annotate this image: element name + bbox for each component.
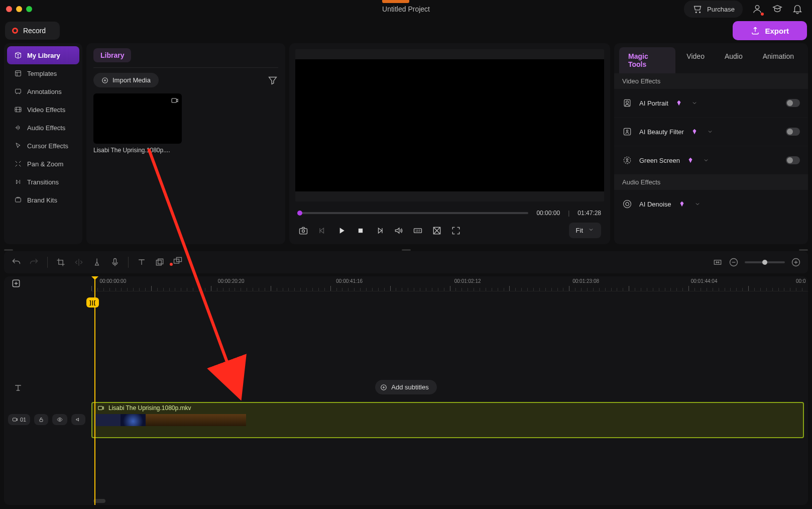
record-button[interactable]: Record <box>5 22 60 40</box>
track-visibility-button[interactable] <box>52 414 67 425</box>
undo-icon[interactable] <box>11 257 21 267</box>
prop-ai-beauty-filter[interactable]: AI Beauty Filter <box>614 117 808 146</box>
window-close[interactable] <box>6 6 12 12</box>
chevron-down-icon[interactable] <box>694 201 701 207</box>
toggle-ai-beauty[interactable] <box>786 128 800 136</box>
fullscreen-icon[interactable] <box>451 226 461 236</box>
split-indicator[interactable]: ]|[ <box>86 297 99 308</box>
sidebar-item-cursor-effects[interactable]: Cursor Effects <box>7 137 79 155</box>
zoom-slider[interactable] <box>745 261 785 263</box>
svg-rect-31 <box>40 420 43 422</box>
window-maximize[interactable] <box>26 6 32 12</box>
aspect-ratio-icon[interactable]: 16:9 <box>413 226 423 236</box>
sidebar-item-video-effects[interactable]: Video Effects <box>7 100 79 119</box>
next-frame-icon[interactable] <box>375 226 385 236</box>
media-clip[interactable]: Lisabi The Uprising.1080p.... <box>93 93 182 154</box>
timeline-toolbar <box>4 251 808 273</box>
export-icon <box>751 26 760 35</box>
sidebar-item-templates[interactable]: Templates <box>7 64 79 82</box>
chevron-down-icon[interactable] <box>707 129 713 135</box>
clip-thumbnails <box>95 414 800 426</box>
properties-panel: Magic Tools Video Audio Animation Video … <box>614 43 808 244</box>
prev-frame-icon[interactable] <box>317 226 327 236</box>
chevron-down-icon[interactable] <box>691 100 698 106</box>
svg-rect-9 <box>359 228 363 232</box>
prop-ai-portrait[interactable]: AI Portrait <box>614 89 808 117</box>
premium-diamond-icon <box>691 128 698 135</box>
sidebar-item-pan-zoom[interactable]: Pan & Zoom <box>7 155 79 173</box>
ruler-label: 00:01:02:12 <box>454 278 481 284</box>
purchase-button[interactable]: Purchase <box>684 1 743 18</box>
zoom-in-icon[interactable] <box>791 257 801 267</box>
svg-rect-20 <box>114 259 117 264</box>
tab-magic-tools[interactable]: Magic Tools <box>619 47 675 73</box>
multicam-icon[interactable] <box>173 256 183 266</box>
notifications-icon[interactable] <box>792 4 803 15</box>
svg-rect-30 <box>13 418 17 421</box>
svg-point-32 <box>59 419 61 421</box>
prop-label: Green Screen <box>639 157 680 164</box>
sidebar-item-label: Brand Kits <box>27 196 57 204</box>
add-subtitles-button[interactable]: Add subtitles <box>375 380 436 394</box>
scrubber[interactable] <box>298 212 528 214</box>
filter-icon[interactable] <box>267 75 278 86</box>
stop-icon[interactable] <box>356 226 366 236</box>
fit-label: Fit <box>576 227 583 234</box>
volume-icon[interactable] <box>394 226 404 236</box>
timeline-playhead[interactable] <box>94 276 95 505</box>
add-track-icon[interactable] <box>11 278 21 288</box>
tab-animation[interactable]: Animation <box>754 47 803 73</box>
timeline[interactable]: 00:00:00:00 00:00:20:20 00:00:41:16 00:0… <box>4 276 808 505</box>
annotations-icon <box>14 87 22 95</box>
sidebar-item-brand-kits[interactable]: Brand Kits <box>7 191 79 209</box>
fit-selector[interactable]: Fit <box>569 223 601 238</box>
sidebar-item-audio-effects[interactable]: Audio Effects <box>7 119 79 137</box>
sidebar-item-label: My Library <box>27 52 60 59</box>
import-media-button[interactable]: Import Media <box>93 73 159 87</box>
prop-green-screen[interactable]: Green Screen <box>614 146 808 174</box>
zoom-out-icon[interactable] <box>729 257 739 267</box>
export-button[interactable]: Export <box>733 21 807 40</box>
video-track-clip[interactable]: Lisabi The Uprising.1080p.mkv <box>91 402 804 438</box>
fit-timeline-icon[interactable] <box>713 257 723 267</box>
tab-video[interactable]: Video <box>677 47 714 73</box>
toggle-green-screen[interactable] <box>786 156 800 164</box>
tab-audio[interactable]: Audio <box>716 47 752 73</box>
portrait-icon <box>622 98 632 108</box>
svg-rect-33 <box>98 406 102 410</box>
media-clip-name: Lisabi The Uprising.1080p.... <box>93 147 182 154</box>
templates-icon <box>14 69 22 77</box>
window-minimize[interactable] <box>16 6 22 12</box>
snapshot-icon[interactable] <box>298 226 308 236</box>
timeline-ruler[interactable]: 00:00:00:00 00:00:20:20 00:00:41:16 00:0… <box>91 276 808 291</box>
sidebar-item-label: Video Effects <box>27 106 65 114</box>
preview-viewport[interactable] <box>295 49 604 201</box>
svg-point-14 <box>626 101 629 104</box>
sidebar-item-my-library[interactable]: My Library <box>7 46 79 64</box>
account-button[interactable] <box>752 4 763 15</box>
detach-icon[interactable] <box>432 226 442 236</box>
split-icon[interactable] <box>74 257 84 267</box>
track-video-chip[interactable]: 01 <box>8 414 30 425</box>
chevron-down-icon[interactable] <box>703 157 709 163</box>
sidebar-item-transitions[interactable]: Transitions <box>7 173 79 191</box>
toggle-ai-portrait[interactable] <box>786 99 800 107</box>
video-icon <box>12 417 18 423</box>
play-icon[interactable] <box>336 226 346 236</box>
crop-icon[interactable] <box>56 257 66 267</box>
preview-panel: 00:00:00 | 01:47:28 16:9 Fit <box>289 43 610 244</box>
track-lock-button[interactable] <box>34 414 48 425</box>
track-mute-button[interactable] <box>71 414 85 425</box>
prop-label: AI Portrait <box>639 99 668 107</box>
time-divider: | <box>568 210 569 217</box>
group-icon[interactable] <box>155 257 165 267</box>
notification-dot <box>170 263 173 266</box>
marker-icon[interactable] <box>92 257 102 267</box>
library-tab[interactable]: Library <box>93 48 131 62</box>
text-icon[interactable] <box>137 257 147 267</box>
sidebar-item-annotations[interactable]: Annotations <box>7 82 79 100</box>
voiceover-icon[interactable] <box>110 257 120 267</box>
prop-ai-denoise[interactable]: AI Denoise <box>614 190 808 218</box>
redo-icon[interactable] <box>29 257 39 267</box>
tutorials-icon[interactable] <box>772 4 783 15</box>
